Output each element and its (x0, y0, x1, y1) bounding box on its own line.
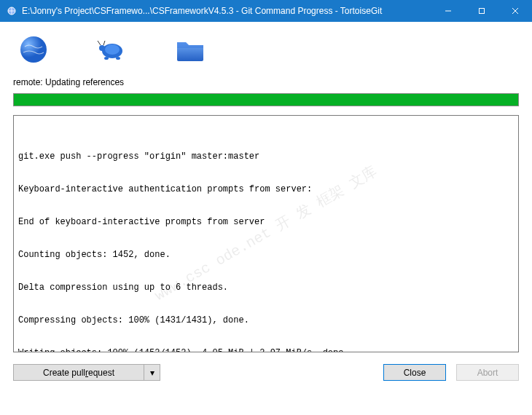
folder-icon (173, 32, 208, 67)
close-window-button[interactable] (498, 0, 532, 22)
window-controls (431, 0, 532, 22)
svg-point-11 (104, 57, 109, 60)
close-button[interactable]: Close (383, 364, 446, 381)
status-label: remote: Updating references (13, 77, 519, 87)
svg-point-12 (116, 57, 120, 60)
dialog-content: remote: Updating references www.csc ode.… (0, 22, 532, 391)
globe-icon (16, 32, 51, 67)
window-title: E:\Jonny's Project\CSFramewo...\CSFramew… (22, 6, 431, 16)
app-icon (6, 5, 17, 17)
create-pull-request-split-button: Create pull request ▾ (13, 364, 160, 381)
minimize-button[interactable] (431, 0, 465, 22)
turtle-icon (95, 32, 130, 67)
log-line: Compressing objects: 100% (1431/1431), d… (18, 315, 514, 326)
log-line: Writing objects: 100% (1452/1452), 4.05 … (18, 348, 514, 352)
icon-row (13, 28, 519, 73)
svg-rect-2 (480, 9, 485, 14)
log-line: Counting objects: 1452, done. (18, 250, 514, 261)
svg-line-10 (103, 41, 105, 45)
abort-button: Abort (456, 364, 519, 381)
log-output[interactable]: www.csc ode.net 开 发 框架 文库 git.exe push -… (13, 115, 519, 352)
chevron-down-icon: ▾ (150, 368, 154, 378)
button-row: Create pull request ▾ Close Abort (13, 364, 519, 381)
progress-bar (13, 93, 519, 106)
log-line: End of keyboard-interactive prompts from… (18, 217, 514, 228)
titlebar: E:\Jonny's Project\CSFramewo...\CSFramew… (0, 0, 532, 22)
maximize-button[interactable] (465, 0, 498, 22)
create-pull-request-button[interactable]: Create pull request (13, 364, 144, 381)
svg-point-7 (105, 44, 120, 55)
svg-point-5 (20, 36, 47, 63)
svg-point-8 (99, 45, 105, 51)
log-line: Keyboard-interactive authentication prom… (18, 184, 514, 195)
log-line: Delta compression using up to 6 threads. (18, 282, 514, 293)
svg-line-9 (98, 41, 101, 45)
create-pull-request-dropdown[interactable]: ▾ (144, 364, 160, 381)
log-line: git.exe push --progress "origin" master:… (18, 151, 514, 162)
